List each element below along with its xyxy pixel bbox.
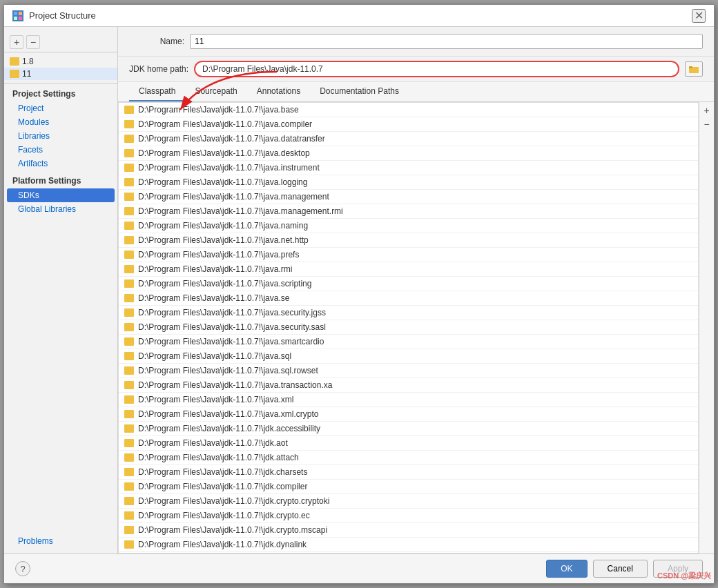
main-content: + − 1.8 11 Project Settings Project Modu… xyxy=(4,27,714,553)
path-text: D:\Program Files\Java\jdk-11.0.7!\java.b… xyxy=(138,105,299,115)
path-list-item[interactable]: D:\Program Files\Java\jdk-11.0.7!\jdk.co… xyxy=(119,480,698,494)
help-button[interactable]: ? xyxy=(15,561,30,576)
path-list-item[interactable]: D:\Program Files\Java\jdk-11.0.7!\java.s… xyxy=(119,320,698,335)
path-list-item[interactable]: D:\Program Files\Java\jdk-11.0.7!\java.s… xyxy=(119,306,698,320)
folder-icon xyxy=(124,424,134,433)
sdk-item-1.8[interactable]: 1.8 xyxy=(4,55,117,68)
path-list-item[interactable]: D:\Program Files\Java\jdk-11.0.7!\java.n… xyxy=(119,219,698,233)
path-list-item[interactable]: D:\Program Files\Java\jdk-11.0.7!\java.s… xyxy=(119,349,698,364)
folder-icon xyxy=(124,106,134,114)
folder-icon xyxy=(124,164,134,172)
path-text: D:\Program Files\Java\jdk-11.0.7!\jdk.cr… xyxy=(138,496,329,506)
sidebar-item-project[interactable]: Project xyxy=(4,101,117,115)
folder-icon xyxy=(124,178,134,186)
path-list-item[interactable]: D:\Program Files\Java\jdk-11.0.7!\jdk.cr… xyxy=(119,523,698,538)
path-list-item[interactable]: D:\Program Files\Java\jdk-11.0.7!\java.d… xyxy=(119,146,698,161)
path-list-item[interactable]: D:\Program Files\Java\jdk-11.0.7!\java.c… xyxy=(119,117,698,132)
sidebar-item-libraries[interactable]: Libraries xyxy=(4,129,117,143)
path-text: D:\Program Files\Java\jdk-11.0.7!\java.n… xyxy=(138,235,309,245)
path-list-item[interactable]: D:\Program Files\Java\jdk-11.0.7!\jdk.cr… xyxy=(119,494,698,509)
path-text: D:\Program Files\Java\jdk-11.0.7!\java.s… xyxy=(138,366,318,375)
folder-icon xyxy=(124,395,134,404)
sdk-item-11[interactable]: 11 xyxy=(4,68,117,80)
folder-icon xyxy=(124,366,134,375)
folder-icon xyxy=(124,280,134,288)
jdk-path-input[interactable] xyxy=(194,61,679,77)
cancel-button[interactable]: Cancel xyxy=(593,560,648,578)
folder-icon xyxy=(124,251,134,259)
folder-icon xyxy=(124,207,134,215)
path-list-item[interactable]: D:\Program Files\Java\jdk-11.0.7!\java.b… xyxy=(119,103,698,117)
tabs-bar: Classpath Sourcepath Annotations Documen… xyxy=(118,82,714,102)
folder-icon xyxy=(124,352,134,360)
platform-settings-section: Platform Settings xyxy=(4,173,117,188)
path-list-item[interactable]: D:\Program Files\Java\jdk-11.0.7!\jdk.at… xyxy=(119,451,698,465)
path-list-item[interactable]: D:\Program Files\Java\jdk-11.0.7!\java.x… xyxy=(119,393,698,407)
path-list-item[interactable]: D:\Program Files\Java\jdk-11.0.7!\java.d… xyxy=(119,132,698,146)
path-list-item[interactable]: D:\Program Files\Java\jdk-11.0.7!\java.x… xyxy=(119,407,698,422)
sidebar-item-problems[interactable]: Problems xyxy=(4,534,117,548)
path-text: D:\Program Files\Java\jdk-11.0.7!\java.t… xyxy=(138,380,332,390)
path-list-item[interactable]: D:\Program Files\Java\jdk-11.0.7!\java.s… xyxy=(119,277,698,291)
folder-icon xyxy=(124,337,134,346)
path-list-item[interactable]: D:\Program Files\Java\jdk-11.0.7!\java.r… xyxy=(119,262,698,277)
path-list-item[interactable]: D:\Program Files\Java\jdk-11.0.7!\jdk.ch… xyxy=(119,465,698,480)
right-panel: Name: JDK home path: xyxy=(118,27,714,553)
path-list-item[interactable]: D:\Program Files\Java\jdk-11.0.7!\java.s… xyxy=(119,335,698,349)
path-list-item[interactable]: D:\Program Files\Java\jdk-11.0.7!\java.p… xyxy=(119,248,698,262)
folder-icon xyxy=(124,497,134,505)
sidebar-item-facets[interactable]: Facets xyxy=(4,143,117,157)
jdk-browse-button[interactable] xyxy=(685,61,703,77)
sidebar-item-artifacts[interactable]: Artifacts xyxy=(4,157,117,170)
close-button[interactable]: ✕ xyxy=(692,9,706,23)
folder-icon xyxy=(124,381,134,389)
path-text: D:\Program Files\Java\jdk-11.0.7!\jdk.cr… xyxy=(138,511,310,520)
path-list-item[interactable]: D:\Program Files\Java\jdk-11.0.7!\java.l… xyxy=(119,175,698,190)
sidebar-item-sdks[interactable]: SDKs xyxy=(7,188,115,202)
path-list-item[interactable]: D:\Program Files\Java\jdk-11.0.7!\jdk.cr… xyxy=(119,509,698,523)
tab-documentation-paths[interactable]: Documentation Paths xyxy=(310,82,409,101)
sdk-label: 11 xyxy=(22,69,31,79)
path-list-item[interactable]: D:\Program Files\Java\jdk-11.0.7!\jdk.dy… xyxy=(119,538,698,552)
folder-icon xyxy=(124,410,134,418)
path-text: D:\Program Files\Java\jdk-11.0.7!\java.i… xyxy=(138,163,320,173)
folder-icon xyxy=(124,265,134,273)
path-list-item[interactable]: D:\Program Files\Java\jdk-11.0.7!\java.s… xyxy=(119,291,698,306)
remove-sdk-button[interactable]: − xyxy=(26,35,40,49)
name-input[interactable] xyxy=(190,34,703,49)
tab-sourcepath[interactable]: Sourcepath xyxy=(185,82,246,101)
path-text: D:\Program Files\Java\jdk-11.0.7!\java.x… xyxy=(138,409,318,419)
path-text: D:\Program Files\Java\jdk-11.0.7!\java.r… xyxy=(138,264,292,274)
path-list-item[interactable]: D:\Program Files\Java\jdk-11.0.7!\jdk.ao… xyxy=(119,436,698,451)
svg-rect-2 xyxy=(14,17,17,20)
remove-path-button[interactable]: − xyxy=(701,119,712,130)
path-list-item[interactable]: D:\Program Files\Java\jdk-11.0.7!\java.m… xyxy=(119,190,698,204)
tab-annotations[interactable]: Annotations xyxy=(247,82,310,101)
path-text: D:\Program Files\Java\jdk-11.0.7!\java.d… xyxy=(138,134,325,144)
folder-icon xyxy=(124,294,134,302)
path-list-item[interactable]: D:\Program Files\Java\jdk-11.0.7!\java.n… xyxy=(119,233,698,248)
add-path-button[interactable]: + xyxy=(701,105,712,116)
name-row: Name: xyxy=(118,27,714,57)
path-list-item[interactable]: D:\Program Files\Java\jdk-11.0.7!\java.t… xyxy=(119,378,698,393)
path-list-item[interactable]: D:\Program Files\Java\jdk-11.0.7!\java.i… xyxy=(119,161,698,175)
path-list-container: D:\Program Files\Java\jdk-11.0.7!\java.b… xyxy=(118,102,714,553)
add-sdk-button[interactable]: + xyxy=(10,35,23,49)
title-bar: Project Structure ✕ xyxy=(4,5,714,27)
folder-icon xyxy=(124,540,134,549)
path-list-item[interactable]: D:\Program Files\Java\jdk-11.0.7!\java.s… xyxy=(119,364,698,378)
tab-classpath[interactable]: Classpath xyxy=(129,82,185,101)
svg-rect-0 xyxy=(14,12,17,15)
sidebar-item-modules[interactable]: Modules xyxy=(4,115,117,129)
path-text: D:\Program Files\Java\jdk-11.0.7!\jdk.at… xyxy=(138,453,299,462)
name-label: Name: xyxy=(129,37,184,46)
path-text: D:\Program Files\Java\jdk-11.0.7!\java.p… xyxy=(138,250,299,259)
folder-icon xyxy=(124,323,134,331)
path-list-item[interactable]: D:\Program Files\Java\jdk-11.0.7!\jdk.ac… xyxy=(119,422,698,436)
classpath-list[interactable]: D:\Program Files\Java\jdk-11.0.7!\java.b… xyxy=(118,102,699,553)
sidebar-item-global-libraries[interactable]: Global Libraries xyxy=(4,202,117,216)
ok-button[interactable]: OK xyxy=(546,560,587,578)
path-list-item[interactable]: D:\Program Files\Java\jdk-11.0.7!\java.m… xyxy=(119,204,698,219)
dialog-title: Project Structure xyxy=(29,10,96,21)
path-text: D:\Program Files\Java\jdk-11.0.7!\java.l… xyxy=(138,177,307,187)
